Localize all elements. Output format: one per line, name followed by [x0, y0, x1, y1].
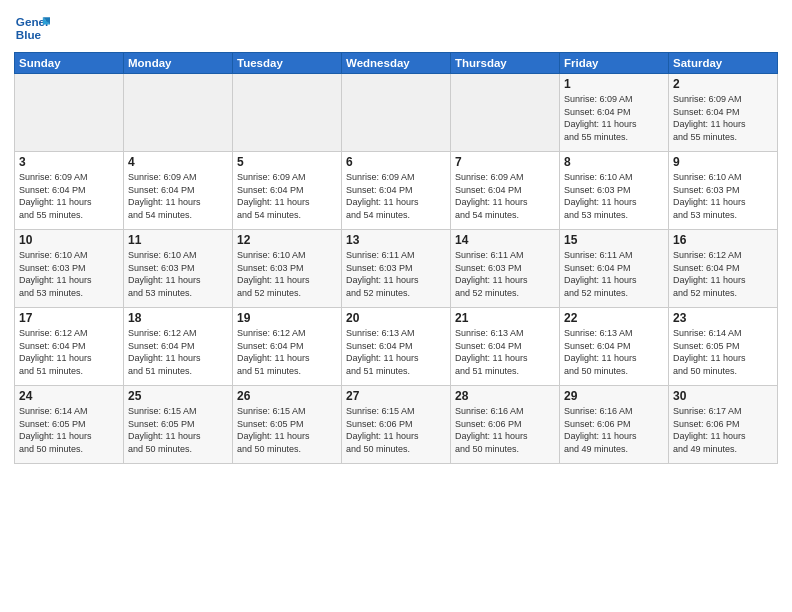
day-number: 16 [673, 233, 773, 247]
week-row-2: 3Sunrise: 6:09 AM Sunset: 6:04 PM Daylig… [15, 152, 778, 230]
day-cell: 29Sunrise: 6:16 AM Sunset: 6:06 PM Dayli… [560, 386, 669, 464]
day-info: Sunrise: 6:16 AM Sunset: 6:06 PM Dayligh… [564, 405, 664, 455]
day-cell: 23Sunrise: 6:14 AM Sunset: 6:05 PM Dayli… [669, 308, 778, 386]
day-number: 13 [346, 233, 446, 247]
svg-text:Blue: Blue [16, 28, 42, 41]
day-info: Sunrise: 6:13 AM Sunset: 6:04 PM Dayligh… [564, 327, 664, 377]
day-info: Sunrise: 6:09 AM Sunset: 6:04 PM Dayligh… [673, 93, 773, 143]
day-number: 5 [237, 155, 337, 169]
day-number: 21 [455, 311, 555, 325]
day-number: 30 [673, 389, 773, 403]
day-info: Sunrise: 6:10 AM Sunset: 6:03 PM Dayligh… [237, 249, 337, 299]
day-number: 4 [128, 155, 228, 169]
day-header-saturday: Saturday [669, 53, 778, 74]
day-cell: 12Sunrise: 6:10 AM Sunset: 6:03 PM Dayli… [233, 230, 342, 308]
day-cell: 22Sunrise: 6:13 AM Sunset: 6:04 PM Dayli… [560, 308, 669, 386]
day-info: Sunrise: 6:13 AM Sunset: 6:04 PM Dayligh… [346, 327, 446, 377]
day-number: 9 [673, 155, 773, 169]
day-info: Sunrise: 6:10 AM Sunset: 6:03 PM Dayligh… [128, 249, 228, 299]
day-cell: 26Sunrise: 6:15 AM Sunset: 6:05 PM Dayli… [233, 386, 342, 464]
day-header-thursday: Thursday [451, 53, 560, 74]
day-cell [451, 74, 560, 152]
week-row-3: 10Sunrise: 6:10 AM Sunset: 6:03 PM Dayli… [15, 230, 778, 308]
day-number: 8 [564, 155, 664, 169]
day-info: Sunrise: 6:12 AM Sunset: 6:04 PM Dayligh… [237, 327, 337, 377]
day-header-friday: Friday [560, 53, 669, 74]
day-header-tuesday: Tuesday [233, 53, 342, 74]
day-info: Sunrise: 6:12 AM Sunset: 6:04 PM Dayligh… [128, 327, 228, 377]
day-number: 15 [564, 233, 664, 247]
day-cell [15, 74, 124, 152]
day-info: Sunrise: 6:14 AM Sunset: 6:05 PM Dayligh… [673, 327, 773, 377]
day-cell: 11Sunrise: 6:10 AM Sunset: 6:03 PM Dayli… [124, 230, 233, 308]
day-info: Sunrise: 6:09 AM Sunset: 6:04 PM Dayligh… [564, 93, 664, 143]
day-cell [233, 74, 342, 152]
calendar: SundayMondayTuesdayWednesdayThursdayFrid… [14, 52, 778, 464]
day-info: Sunrise: 6:09 AM Sunset: 6:04 PM Dayligh… [128, 171, 228, 221]
calendar-header-row: SundayMondayTuesdayWednesdayThursdayFrid… [15, 53, 778, 74]
day-number: 7 [455, 155, 555, 169]
day-header-sunday: Sunday [15, 53, 124, 74]
day-number: 3 [19, 155, 119, 169]
day-info: Sunrise: 6:11 AM Sunset: 6:03 PM Dayligh… [346, 249, 446, 299]
day-cell: 20Sunrise: 6:13 AM Sunset: 6:04 PM Dayli… [342, 308, 451, 386]
day-info: Sunrise: 6:11 AM Sunset: 6:03 PM Dayligh… [455, 249, 555, 299]
day-info: Sunrise: 6:16 AM Sunset: 6:06 PM Dayligh… [455, 405, 555, 455]
day-info: Sunrise: 6:10 AM Sunset: 6:03 PM Dayligh… [673, 171, 773, 221]
day-number: 27 [346, 389, 446, 403]
day-header-monday: Monday [124, 53, 233, 74]
day-cell: 18Sunrise: 6:12 AM Sunset: 6:04 PM Dayli… [124, 308, 233, 386]
day-cell: 10Sunrise: 6:10 AM Sunset: 6:03 PM Dayli… [15, 230, 124, 308]
day-info: Sunrise: 6:09 AM Sunset: 6:04 PM Dayligh… [19, 171, 119, 221]
day-cell: 28Sunrise: 6:16 AM Sunset: 6:06 PM Dayli… [451, 386, 560, 464]
day-cell: 17Sunrise: 6:12 AM Sunset: 6:04 PM Dayli… [15, 308, 124, 386]
day-number: 20 [346, 311, 446, 325]
day-info: Sunrise: 6:13 AM Sunset: 6:04 PM Dayligh… [455, 327, 555, 377]
day-number: 29 [564, 389, 664, 403]
day-info: Sunrise: 6:17 AM Sunset: 6:06 PM Dayligh… [673, 405, 773, 455]
day-cell: 13Sunrise: 6:11 AM Sunset: 6:03 PM Dayli… [342, 230, 451, 308]
logo-area: General Blue [14, 10, 54, 46]
day-cell: 2Sunrise: 6:09 AM Sunset: 6:04 PM Daylig… [669, 74, 778, 152]
day-number: 10 [19, 233, 119, 247]
day-number: 28 [455, 389, 555, 403]
day-info: Sunrise: 6:12 AM Sunset: 6:04 PM Dayligh… [673, 249, 773, 299]
day-number: 14 [455, 233, 555, 247]
day-number: 19 [237, 311, 337, 325]
day-cell: 24Sunrise: 6:14 AM Sunset: 6:05 PM Dayli… [15, 386, 124, 464]
day-info: Sunrise: 6:14 AM Sunset: 6:05 PM Dayligh… [19, 405, 119, 455]
day-info: Sunrise: 6:09 AM Sunset: 6:04 PM Dayligh… [237, 171, 337, 221]
day-cell: 16Sunrise: 6:12 AM Sunset: 6:04 PM Dayli… [669, 230, 778, 308]
day-info: Sunrise: 6:15 AM Sunset: 6:06 PM Dayligh… [346, 405, 446, 455]
day-cell: 6Sunrise: 6:09 AM Sunset: 6:04 PM Daylig… [342, 152, 451, 230]
day-info: Sunrise: 6:15 AM Sunset: 6:05 PM Dayligh… [237, 405, 337, 455]
day-cell: 30Sunrise: 6:17 AM Sunset: 6:06 PM Dayli… [669, 386, 778, 464]
day-number: 17 [19, 311, 119, 325]
week-row-4: 17Sunrise: 6:12 AM Sunset: 6:04 PM Dayli… [15, 308, 778, 386]
day-number: 12 [237, 233, 337, 247]
day-info: Sunrise: 6:09 AM Sunset: 6:04 PM Dayligh… [346, 171, 446, 221]
day-number: 11 [128, 233, 228, 247]
day-info: Sunrise: 6:10 AM Sunset: 6:03 PM Dayligh… [564, 171, 664, 221]
logo-icon: General Blue [14, 10, 50, 46]
day-cell: 21Sunrise: 6:13 AM Sunset: 6:04 PM Dayli… [451, 308, 560, 386]
day-cell [342, 74, 451, 152]
day-cell: 14Sunrise: 6:11 AM Sunset: 6:03 PM Dayli… [451, 230, 560, 308]
day-info: Sunrise: 6:11 AM Sunset: 6:04 PM Dayligh… [564, 249, 664, 299]
day-number: 24 [19, 389, 119, 403]
day-number: 23 [673, 311, 773, 325]
day-cell: 4Sunrise: 6:09 AM Sunset: 6:04 PM Daylig… [124, 152, 233, 230]
day-number: 2 [673, 77, 773, 91]
page: General Blue SundayMondayTuesdayWednesda… [0, 0, 792, 612]
header: General Blue [14, 10, 778, 46]
week-row-5: 24Sunrise: 6:14 AM Sunset: 6:05 PM Dayli… [15, 386, 778, 464]
day-cell: 5Sunrise: 6:09 AM Sunset: 6:04 PM Daylig… [233, 152, 342, 230]
day-number: 1 [564, 77, 664, 91]
day-cell: 25Sunrise: 6:15 AM Sunset: 6:05 PM Dayli… [124, 386, 233, 464]
day-number: 18 [128, 311, 228, 325]
day-cell: 3Sunrise: 6:09 AM Sunset: 6:04 PM Daylig… [15, 152, 124, 230]
day-cell: 9Sunrise: 6:10 AM Sunset: 6:03 PM Daylig… [669, 152, 778, 230]
day-number: 25 [128, 389, 228, 403]
day-cell: 8Sunrise: 6:10 AM Sunset: 6:03 PM Daylig… [560, 152, 669, 230]
day-info: Sunrise: 6:15 AM Sunset: 6:05 PM Dayligh… [128, 405, 228, 455]
